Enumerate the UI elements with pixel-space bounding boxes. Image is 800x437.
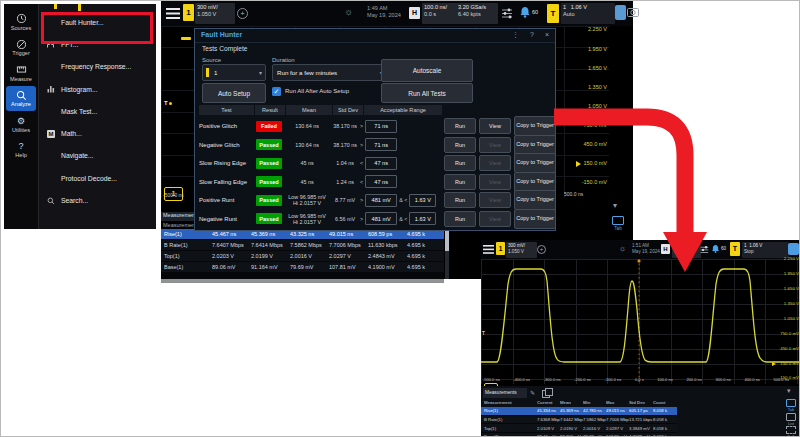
trigger-badge[interactable]: T xyxy=(730,242,740,256)
auto-setup-button[interactable]: Auto Setup xyxy=(202,83,266,103)
trigger-settings[interactable]: 1 1.06 VAuto xyxy=(561,3,615,24)
meas-value: 4.1900 mV xyxy=(368,264,407,270)
bell-icon[interactable] xyxy=(519,6,531,19)
copy-to-trigger-button[interactable]: Copy to Trigger xyxy=(514,153,556,173)
channel-1-settings[interactable]: 300 mV/1.050 V xyxy=(506,242,537,258)
channel-1-settings[interactable]: 300 mV/1.050 V xyxy=(195,3,235,24)
sidebar-item-trigger[interactable]: Trigger xyxy=(6,35,36,61)
touchscreen-icon[interactable] xyxy=(615,5,626,20)
copy-to-trigger-button[interactable]: Copy to Trigger xyxy=(514,190,556,210)
view-button[interactable]: View xyxy=(479,211,511,227)
trigger-level-marker[interactable]: T xyxy=(482,331,485,336)
horizontal-badge[interactable]: H xyxy=(661,244,670,254)
dialog-help-icon[interactable]: ? xyxy=(530,31,534,38)
copy-to-trigger-button[interactable]: Copy to Trigger xyxy=(514,135,556,155)
sidebar-item-help[interactable]: ? Help xyxy=(6,137,36,163)
range-value-input[interactable]: 481 mV xyxy=(365,212,397,225)
add-channel-icon[interactable]: + xyxy=(237,8,248,19)
camera-icon[interactable] xyxy=(627,7,639,17)
sidebar-item-analyze[interactable]: Analyze xyxy=(6,86,36,112)
autoscale-button[interactable]: Autoscale xyxy=(381,59,473,82)
table-scrollbar[interactable] xyxy=(445,229,449,279)
run-button[interactable]: Run xyxy=(444,155,476,171)
source-select[interactable]: 1 ▾ xyxy=(202,64,266,81)
brightness-icon[interactable]: ☼ xyxy=(344,6,353,17)
horizontal-badge[interactable]: H xyxy=(409,7,420,19)
run-all-tests-button[interactable]: Run All Tests xyxy=(381,83,473,103)
sidebar-item-measure[interactable]: Measure xyxy=(6,60,36,86)
sliders-icon[interactable] xyxy=(700,245,709,254)
meas-value: 7.6368 Mbps xyxy=(537,417,560,422)
range-value-input[interactable]: 47 ns xyxy=(365,157,397,170)
run-button[interactable]: Run xyxy=(444,174,476,190)
more-options-icon[interactable]: ⋮ xyxy=(512,31,519,39)
chevron-down-icon[interactable]: ▾ xyxy=(787,387,791,395)
scrollbar-thumb[interactable] xyxy=(445,229,449,251)
tab-view-button[interactable]: Tab xyxy=(609,216,627,231)
view-button[interactable]: View xyxy=(479,118,511,134)
view-button[interactable]: View xyxy=(479,192,511,208)
hamburger-menu-icon[interactable] xyxy=(483,245,494,254)
menu-item-mask-test[interactable]: Mask Test... xyxy=(39,100,156,122)
gear-icon: ⚙ xyxy=(17,115,25,127)
meas-table-header: Measurement Current Mean Min Max Std Dev… xyxy=(481,400,673,405)
view-button[interactable]: View xyxy=(479,174,511,190)
range-operator: & < xyxy=(399,216,407,222)
sidebar-item-utilities[interactable]: ⚙ Utilities xyxy=(6,111,36,137)
pencil-icon[interactable]: ✎ xyxy=(530,389,535,396)
measurements-tab[interactable]: Measurements xyxy=(483,388,527,398)
copy-to-trigger-button[interactable]: Copy to Trigger xyxy=(514,209,556,229)
table-row[interactable]: Base(1)89.06 mV91.164 mV79.69 mV107.81 m… xyxy=(161,262,444,273)
table-row-partial[interactable] xyxy=(161,273,444,283)
hamburger-menu-icon[interactable] xyxy=(166,8,180,19)
table-row[interactable]: B Rate(1)7.6368 Mbps7.6442 Mbps7.5862 Mb… xyxy=(481,416,677,425)
run-button[interactable]: Run xyxy=(444,118,476,134)
view-button[interactable]: View xyxy=(479,155,511,171)
measurements-tab[interactable]: Measurements xyxy=(161,212,196,221)
duration-select[interactable]: Run for a few minutes ▾ xyxy=(272,64,387,81)
menu-item-math[interactable]: MMath... xyxy=(39,122,156,144)
table-row[interactable]: Base(1)98.44 mV92.201 mV79.69 mV107.81 m… xyxy=(481,433,677,437)
copy-to-trigger-button[interactable]: Copy to Trigger xyxy=(514,172,556,192)
menu-item-histogram[interactable]: Histogram... xyxy=(39,78,156,100)
full-view-button[interactable]: Full xyxy=(782,426,800,437)
list-view-button[interactable]: List xyxy=(782,413,800,426)
horizontal-settings[interactable]: 100.0 ns/0.0 s xyxy=(422,3,457,24)
menu-item-protocol-decode[interactable]: Protocol Decode... xyxy=(39,167,156,189)
copy-to-trigger-button[interactable]: Copy to Trigger xyxy=(514,116,556,136)
chevron-down-icon[interactable]: ▾ xyxy=(613,201,617,210)
camera-icon[interactable] xyxy=(788,243,799,255)
range-value-input[interactable]: 1.63 V xyxy=(409,194,436,207)
menu-item-navigate[interactable]: Navigate... xyxy=(39,145,156,167)
table-row[interactable]: Top(1)2.0203 V2.0199 V2.0016 V2.0297 V2.… xyxy=(161,251,444,262)
run-all-checkbox[interactable]: ✓ xyxy=(272,87,281,96)
close-icon[interactable]: × xyxy=(545,31,549,38)
run-button[interactable]: Run xyxy=(444,211,476,227)
range-value-input[interactable]: 47 ns xyxy=(365,175,397,188)
range-value-input[interactable]: 481 mV xyxy=(365,194,397,207)
acquisition-settings[interactable]: 3.20 GSa/s6.40 kpts xyxy=(456,3,498,24)
menu-item-frequency-response[interactable]: Frequency Response... xyxy=(39,56,156,78)
menu-item-search[interactable]: Search... xyxy=(39,189,156,211)
table-row[interactable]: B Rate(1)7.6407 Mbps7.6414 Mbps7.5862 Mb… xyxy=(161,240,444,251)
channel-1-badge[interactable]: 1 xyxy=(183,4,194,21)
horizontal-settings[interactable]: 100.0 ns/0.0 s xyxy=(672,242,701,258)
range-value-input[interactable]: 1.63 V xyxy=(409,212,436,225)
sidebar-item-sources[interactable]: Sources xyxy=(6,9,36,35)
brightness-icon[interactable]: ☼ xyxy=(619,244,626,253)
run-button[interactable]: Run xyxy=(444,137,476,153)
sliders-icon[interactable] xyxy=(501,7,513,19)
meas-value: 7.5862 Mbps xyxy=(583,417,606,422)
bell-icon[interactable] xyxy=(711,244,720,254)
run-button[interactable]: Run xyxy=(444,192,476,208)
add-channel-icon[interactable]: + xyxy=(537,245,546,254)
copy-icon[interactable] xyxy=(542,390,550,398)
view-button[interactable]: View xyxy=(479,137,511,153)
table-row[interactable]: Rise(1)45.334 ns45.369 ns42.780 ns49.015… xyxy=(481,407,677,416)
range-value-input[interactable]: 71 ns xyxy=(365,138,397,151)
tab-view-button[interactable]: Tab xyxy=(782,399,800,412)
trigger-badge[interactable]: T xyxy=(547,4,559,23)
table-row[interactable]: Top(1)2.0109 V2.0190 V2.0016 V2.0297 V3.… xyxy=(481,424,677,433)
range-value-input[interactable]: 71 ns xyxy=(365,120,397,133)
channel-1-badge[interactable]: 1 xyxy=(496,242,505,255)
